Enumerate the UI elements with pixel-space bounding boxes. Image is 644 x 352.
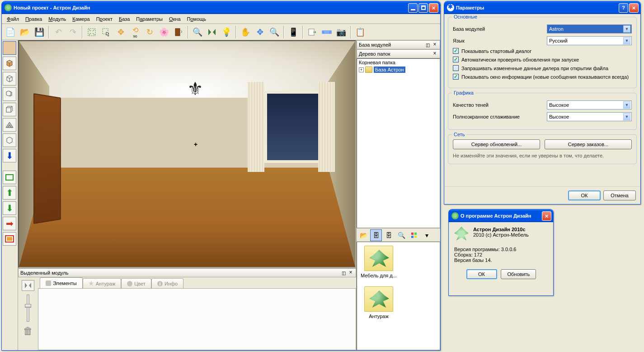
- dock-icon[interactable]: ◫: [342, 271, 346, 276]
- chk-info[interactable]: ✓: [453, 74, 459, 80]
- box-tool[interactable]: [3, 57, 16, 70]
- down-arrow-tool[interactable]: ⬇: [3, 201, 16, 215]
- close-button[interactable]: ×: [429, 3, 438, 13]
- view-large-button[interactable]: 🗄: [370, 229, 382, 241]
- right-arrow-tool[interactable]: ➡: [3, 217, 16, 230]
- close-button[interactable]: ×: [629, 3, 639, 13]
- cube3-tool[interactable]: [3, 103, 16, 116]
- cube-tool[interactable]: [3, 72, 16, 86]
- chk-startup[interactable]: ✓: [453, 48, 459, 54]
- measure-button[interactable]: [320, 25, 334, 39]
- wall-tool[interactable]: [3, 41, 16, 55]
- zoom-button[interactable]: 🔍: [268, 25, 281, 39]
- search-button[interactable]: 🔍: [395, 229, 407, 241]
- close-button[interactable]: ×: [542, 211, 551, 221]
- down-tool[interactable]: ⬇: [3, 149, 16, 162]
- save-file-button[interactable]: 💾: [33, 25, 46, 39]
- folder-tree[interactable]: Корневая папка + База Астрон: [357, 58, 440, 228]
- menu-params[interactable]: Параметры: [133, 15, 166, 23]
- color-button[interactable]: 🌸: [157, 25, 171, 39]
- light-button[interactable]: 💡: [220, 25, 233, 39]
- trash-button[interactable]: 🗑: [23, 325, 33, 337]
- minimize-button[interactable]: [408, 3, 418, 13]
- tree-item[interactable]: + База Астрон: [357, 66, 440, 73]
- cancel-button[interactable]: Отмена: [603, 190, 636, 200]
- window-object[interactable]: [264, 91, 321, 163]
- menu-windows[interactable]: Окна: [166, 15, 184, 23]
- close-icon[interactable]: ×: [432, 42, 438, 48]
- expand-icon[interactable]: +: [359, 67, 364, 72]
- flip-button[interactable]: [22, 280, 34, 291]
- undo-button[interactable]: ↶: [52, 25, 65, 39]
- close-icon[interactable]: ×: [348, 270, 354, 276]
- view-small-button[interactable]: 🗄: [383, 229, 395, 241]
- open-file-button[interactable]: 📂: [18, 25, 32, 39]
- tab-info[interactable]: iИнфо: [151, 278, 183, 288]
- maximize-button[interactable]: [418, 3, 428, 13]
- perspective-tool[interactable]: [3, 118, 16, 132]
- fit-button[interactable]: [85, 25, 99, 39]
- ok-button[interactable]: ОК: [568, 190, 601, 200]
- dock-icon[interactable]: ◫: [426, 43, 430, 48]
- lang-combo[interactable]: Русский▼: [547, 36, 632, 45]
- select-button[interactable]: [99, 25, 113, 39]
- curtain-right[interactable]: [318, 82, 335, 172]
- params-titlebar[interactable]: Параметры ? ×: [444, 1, 640, 14]
- about-titlebar[interactable]: О программе Астрон Дизайн ×: [449, 209, 553, 222]
- main-titlebar[interactable]: Новый проект - Астрон Дизайн ×: [2, 1, 440, 14]
- door-object[interactable]: [33, 93, 61, 224]
- redo-button[interactable]: ↷: [66, 25, 80, 39]
- tree-header[interactable]: Дерево папок ×: [357, 49, 440, 58]
- orbit-button[interactable]: ✥: [253, 25, 267, 39]
- frame-tool[interactable]: [3, 232, 16, 246]
- green-box-tool[interactable]: [3, 171, 16, 184]
- up-folder-button[interactable]: 📂: [357, 229, 369, 241]
- folder-item[interactable]: Антураж: [361, 286, 397, 319]
- door-button[interactable]: [172, 25, 185, 39]
- menu-help[interactable]: Помощь: [184, 15, 210, 23]
- help-button[interactable]: ?: [619, 3, 628, 13]
- chandelier-object[interactable]: ⚜: [184, 80, 207, 107]
- ok-button[interactable]: ОК: [466, 269, 497, 279]
- mirror-button[interactable]: [205, 25, 219, 39]
- close-icon[interactable]: ×: [432, 51, 438, 57]
- 3d-viewport[interactable]: ⚜ +: [18, 40, 356, 268]
- menu-project[interactable]: Проект: [93, 15, 116, 23]
- menu-module[interactable]: Модуль: [45, 15, 69, 23]
- order-server-button[interactable]: Сервер заказов...: [545, 139, 632, 149]
- chk-autoupdate[interactable]: ✓: [453, 57, 459, 62]
- rotate90-button[interactable]: ⟲90: [128, 25, 142, 39]
- shadow-combo[interactable]: Высокое▼: [547, 100, 632, 109]
- menu-camera[interactable]: Камера: [69, 15, 93, 23]
- curtain-left[interactable]: [248, 82, 264, 172]
- tab-color[interactable]: Цвет: [121, 278, 151, 288]
- aa-combo[interactable]: Высокое▼: [547, 112, 632, 121]
- view-grid-button[interactable]: [408, 229, 420, 241]
- device-button[interactable]: 📱: [287, 25, 300, 39]
- chk-dealer[interactable]: [453, 65, 459, 71]
- menu-edit[interactable]: Правка: [22, 15, 45, 23]
- move-button[interactable]: ✥: [114, 25, 127, 39]
- report-button[interactable]: 📋: [353, 25, 367, 39]
- menu-file[interactable]: Файл: [4, 15, 22, 23]
- update-server-button[interactable]: Сервер обновлений...: [453, 139, 540, 149]
- bottom-panel-header[interactable]: Выделенный модуль ◫ ×: [18, 268, 356, 277]
- scale-slider[interactable]: [27, 295, 29, 322]
- rotate-button[interactable]: ↻: [143, 25, 156, 39]
- tab-elements[interactable]: Элементы: [40, 277, 83, 288]
- new-file-button[interactable]: 📄: [4, 25, 17, 39]
- browser-area[interactable]: Мебель для д... Антураж: [357, 242, 440, 350]
- cube4-tool[interactable]: [3, 133, 16, 147]
- zoom-region-button[interactable]: 🔍: [191, 25, 204, 39]
- up-arrow-tool[interactable]: ⬆: [3, 186, 16, 200]
- cube2-tool[interactable]: [3, 87, 16, 101]
- update-button[interactable]: Обновить: [501, 269, 536, 279]
- pan-button[interactable]: ✋: [239, 25, 252, 39]
- export-button[interactable]: [306, 25, 319, 39]
- tab-entourage[interactable]: Антураж: [83, 278, 122, 288]
- menu-base[interactable]: База: [116, 15, 133, 23]
- modules-header[interactable]: База модулей ◫ ×: [357, 40, 440, 49]
- base-combo[interactable]: Astron▼: [547, 24, 632, 33]
- snapshot-button[interactable]: 📷: [334, 25, 348, 39]
- folder-item[interactable]: Мебель для д...: [361, 246, 397, 278]
